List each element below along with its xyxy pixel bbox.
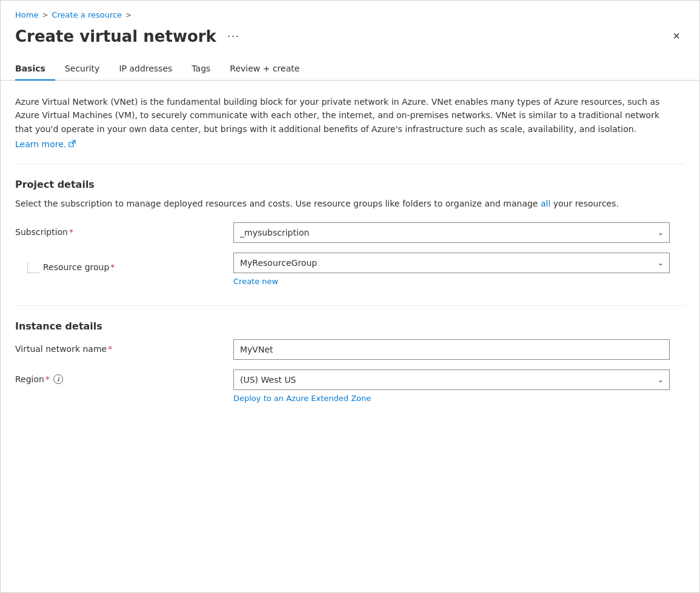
- subscription-control-col: _mysubscription ⌄: [233, 222, 670, 243]
- region-select[interactable]: (US) West US(US) East US(EU) West Europe: [233, 369, 670, 390]
- region-required: *: [45, 374, 50, 384]
- subscription-dropdown-wrapper: _mysubscription ⌄: [233, 222, 670, 243]
- breadcrumb-create-resource[interactable]: Create a resource: [52, 10, 122, 19]
- project-details-heading: Project details: [15, 179, 685, 190]
- subscription-label-col: Subscription *: [15, 222, 233, 237]
- region-dropdown-wrapper: (US) West US(US) East US(EU) West Europe…: [233, 369, 670, 390]
- tab-ip-addresses[interactable]: IP addresses: [109, 58, 182, 81]
- vnet-name-row: Virtual network name *: [15, 339, 685, 360]
- learn-more-link[interactable]: Learn more.: [15, 139, 76, 149]
- title-row: Create virtual network ···: [15, 27, 244, 45]
- resource-group-row: Resource group * MyResourceGroup ⌄ Creat…: [15, 253, 685, 286]
- subscription-label: Subscription: [15, 227, 68, 237]
- region-info-icon[interactable]: i: [53, 374, 63, 384]
- instance-details-heading: Instance details: [15, 320, 685, 332]
- close-button[interactable]: ×: [668, 27, 685, 45]
- page-title: Create virtual network: [15, 27, 216, 45]
- breadcrumb-home[interactable]: Home: [15, 10, 38, 19]
- divider-2: [15, 305, 685, 306]
- breadcrumb-separator-2: >: [125, 11, 132, 19]
- breadcrumb: Home > Create a resource >: [1, 1, 699, 24]
- deploy-extended-zone-link[interactable]: Deploy to an Azure Extended Zone: [233, 394, 371, 403]
- project-details-section: Project details Select the subscription …: [15, 179, 685, 286]
- resource-group-control-col: MyResourceGroup ⌄ Create new: [233, 253, 670, 286]
- region-control-col: (US) West US(US) East US(EU) West Europe…: [233, 369, 670, 403]
- page-header: Create virtual network ··· ×: [1, 24, 699, 58]
- vnet-name-label: Virtual network name: [15, 344, 107, 354]
- vnet-name-control-col: [233, 339, 670, 360]
- more-options-button[interactable]: ···: [224, 28, 244, 44]
- subscription-select[interactable]: _mysubscription: [233, 222, 670, 243]
- tab-tags[interactable]: Tags: [182, 58, 220, 81]
- resource-group-label: Resource group: [43, 262, 109, 272]
- resource-group-select[interactable]: MyResourceGroup: [233, 253, 670, 273]
- content-area: Azure Virtual Network (VNet) is the fund…: [1, 81, 699, 437]
- vnet-name-required: *: [108, 344, 112, 354]
- region-label: Region: [15, 374, 44, 384]
- divider-1: [15, 164, 685, 164]
- instance-details-section: Instance details Virtual network name * …: [15, 320, 685, 403]
- resource-group-label-col: Resource group *: [15, 253, 233, 273]
- project-details-description: Select the subscription to manage deploy…: [15, 197, 670, 210]
- resource-group-dropdown-wrapper: MyResourceGroup ⌄: [233, 253, 670, 273]
- description-block: Azure Virtual Network (VNet) is the fund…: [15, 95, 685, 149]
- tab-review-create[interactable]: Review + create: [220, 58, 309, 81]
- resource-group-required: *: [110, 262, 115, 272]
- tab-basics[interactable]: Basics: [15, 58, 55, 81]
- vnet-name-label-col: Virtual network name *: [15, 339, 233, 354]
- tab-security[interactable]: Security: [55, 58, 110, 81]
- create-new-link[interactable]: Create new: [233, 277, 278, 286]
- subscription-row: Subscription * _mysubscription ⌄: [15, 222, 685, 243]
- region-label-col: Region * i: [15, 369, 233, 384]
- external-link-icon: [68, 140, 76, 149]
- region-row: Region * i (US) West US(US) East US(EU) …: [15, 369, 685, 403]
- tabs-container: Basics Security IP addresses Tags Review…: [1, 58, 699, 81]
- all-resources-link[interactable]: all: [541, 199, 550, 208]
- subscription-required: *: [69, 227, 73, 237]
- breadcrumb-separator-1: >: [42, 11, 48, 19]
- vnet-name-input[interactable]: [233, 339, 670, 360]
- description-text: Azure Virtual Network (VNet) is the fund…: [15, 95, 670, 136]
